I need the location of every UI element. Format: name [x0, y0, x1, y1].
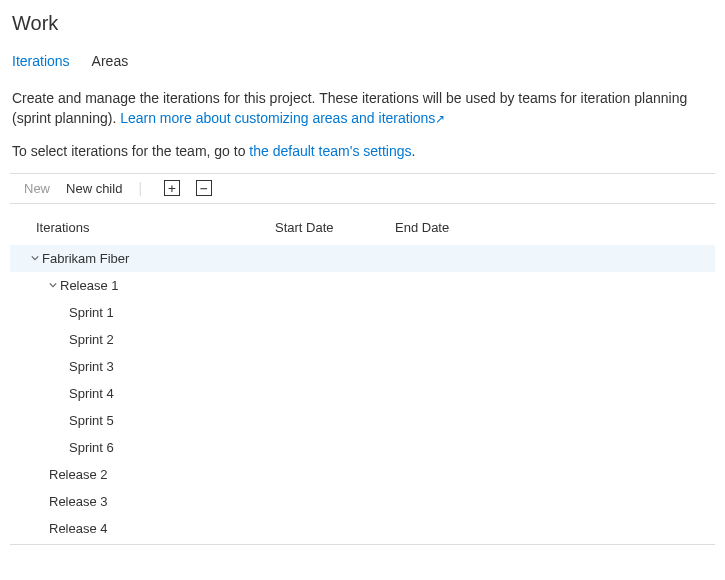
- tree-node-label: Sprint 4: [69, 386, 114, 401]
- table-header: Iterations Start Date End Date: [10, 216, 715, 245]
- select-text-prefix: To select iterations for the team, go to: [12, 143, 249, 159]
- tree-node-label: Release 4: [49, 521, 108, 536]
- tab-iterations[interactable]: Iterations: [12, 53, 70, 73]
- expand-all-button[interactable]: +: [164, 180, 180, 196]
- tree-node-label: Sprint 5: [69, 413, 114, 428]
- tree-node-release2[interactable]: Release 2: [10, 461, 715, 488]
- tree-node-sprint2[interactable]: Sprint 2: [10, 326, 715, 353]
- select-text-suffix: .: [412, 143, 416, 159]
- column-header-start-date[interactable]: Start Date: [275, 220, 395, 235]
- tree-node-sprint6[interactable]: Sprint 6: [10, 434, 715, 461]
- tree-node-label: Release 1: [60, 278, 119, 293]
- tree-node-label: Fabrikam Fiber: [42, 251, 129, 266]
- chevron-down-icon[interactable]: [46, 281, 60, 289]
- learn-more-link[interactable]: Learn more about customizing areas and i…: [120, 110, 445, 126]
- tree-node-release4[interactable]: Release 4: [10, 515, 715, 542]
- description-text: Create and manage the iterations for thi…: [10, 88, 715, 129]
- column-header-end-date[interactable]: End Date: [395, 220, 515, 235]
- iteration-tree: Fabrikam Fiber Release 1 Sprint 1 Sprint…: [10, 245, 715, 542]
- external-link-icon: ↗: [435, 111, 445, 128]
- tree-node-label: Release 3: [49, 494, 108, 509]
- tree-node-root[interactable]: Fabrikam Fiber: [10, 245, 715, 272]
- tree-node-label: Sprint 6: [69, 440, 114, 455]
- select-iterations-text: To select iterations for the team, go to…: [10, 143, 715, 159]
- bottom-divider: [10, 544, 715, 545]
- learn-more-link-text: Learn more about customizing areas and i…: [120, 110, 435, 126]
- tab-areas[interactable]: Areas: [92, 53, 129, 73]
- tree-node-sprint3[interactable]: Sprint 3: [10, 353, 715, 380]
- tree-node-sprint4[interactable]: Sprint 4: [10, 380, 715, 407]
- tree-node-label: Sprint 2: [69, 332, 114, 347]
- page-title: Work: [10, 12, 715, 35]
- new-child-button[interactable]: New child: [60, 179, 128, 198]
- new-button[interactable]: New: [18, 179, 56, 198]
- column-header-iterations[interactable]: Iterations: [10, 220, 275, 235]
- default-team-settings-link[interactable]: the default team's settings: [249, 143, 411, 159]
- tree-node-sprint1[interactable]: Sprint 1: [10, 299, 715, 326]
- tree-node-label: Sprint 3: [69, 359, 114, 374]
- chevron-down-icon[interactable]: [28, 254, 42, 262]
- toolbar-divider: |: [138, 180, 142, 196]
- tree-node-label: Release 2: [49, 467, 108, 482]
- collapse-all-button[interactable]: −: [196, 180, 212, 196]
- tree-node-label: Sprint 1: [69, 305, 114, 320]
- tree-node-sprint5[interactable]: Sprint 5: [10, 407, 715, 434]
- toolbar: New New child | + −: [10, 173, 715, 204]
- tabs: Iterations Areas: [10, 53, 715, 74]
- tree-node-release1[interactable]: Release 1: [10, 272, 715, 299]
- tree-node-release3[interactable]: Release 3: [10, 488, 715, 515]
